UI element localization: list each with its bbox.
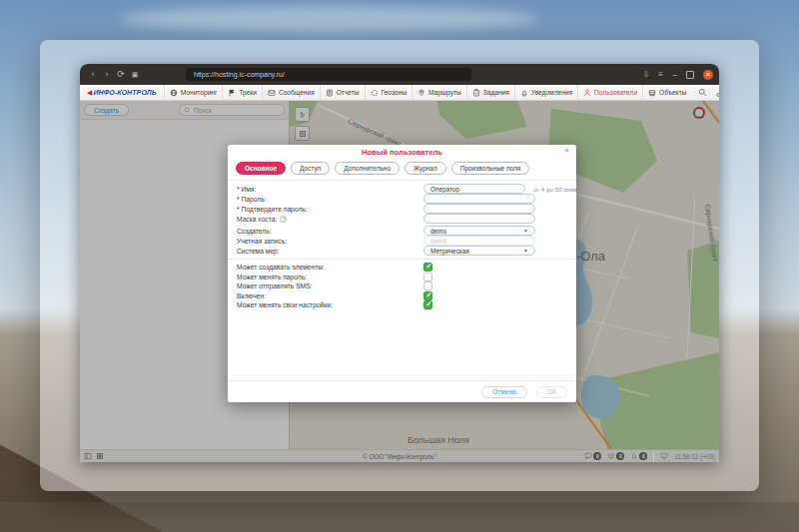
checkbox-label-can-create: Может создавать элементы: bbox=[237, 264, 423, 270]
dialog-tabs: Основное Доступ Дополнительно Журнал Про… bbox=[228, 160, 576, 181]
toolbar-item-label: Объекты bbox=[659, 89, 686, 96]
ruler-icon[interactable] bbox=[716, 88, 719, 97]
toolbar-item-objects[interactable]: Объекты bbox=[642, 85, 691, 101]
minimize-button[interactable]: – bbox=[672, 70, 677, 80]
help-icon[interactable]: ? bbox=[280, 216, 287, 223]
toolbar-item-reports[interactable]: Отчеты bbox=[320, 85, 365, 101]
toolbar-item-label: Маршруты bbox=[428, 89, 461, 96]
can-create-checkbox[interactable] bbox=[423, 263, 432, 271]
toolbar-item-tasks[interactable]: Задания bbox=[466, 85, 514, 101]
toolbar-item-users[interactable]: Пользователи bbox=[577, 85, 642, 101]
logo-text: ИНФО-КОНТРОЛЬ bbox=[93, 89, 156, 96]
can-change-password-checkbox[interactable] bbox=[423, 272, 432, 281]
messages-counter[interactable]: 0 bbox=[584, 452, 601, 460]
creator-value: demo bbox=[430, 228, 446, 235]
clock-text: 11:56:12 (+03) bbox=[674, 453, 715, 460]
back-icon[interactable]: ‹ bbox=[86, 64, 100, 85]
statusbar-divider bbox=[653, 452, 654, 461]
flag-icon bbox=[228, 89, 236, 97]
messages-badge: 0 bbox=[593, 452, 601, 460]
toolbar-item-label: Задания bbox=[483, 89, 509, 96]
ok-button[interactable]: OK bbox=[536, 386, 567, 398]
reload-icon[interactable]: ⟳ bbox=[114, 64, 128, 85]
dialog-footer: Отмена OK bbox=[228, 380, 576, 402]
name-hint: от 4 до 50 символов bbox=[533, 186, 576, 193]
can-send-sms-checkbox[interactable] bbox=[423, 281, 432, 290]
dialog-header: Новый пользователь × bbox=[228, 145, 576, 160]
host-mask-input[interactable] bbox=[423, 214, 535, 224]
geofence-icon bbox=[371, 89, 379, 97]
toolbar-item-label: Пользователи bbox=[594, 89, 637, 96]
checkbox-label-can-change-settings: Может менять свои настройки: bbox=[237, 301, 423, 308]
document-icon bbox=[326, 89, 334, 97]
tab-main[interactable]: Основное bbox=[236, 162, 286, 175]
checkbox-label-can-change-password: Может менять пароль: bbox=[237, 273, 423, 280]
field-label-name: * Имя: bbox=[237, 186, 423, 193]
toolbar-item-routes[interactable]: Маршруты bbox=[411, 85, 466, 101]
toolbar-item-label: Треки bbox=[239, 89, 257, 96]
field-label-host-mask: Маска хоста: ? bbox=[237, 216, 423, 223]
measure-system-select[interactable]: Метрическая ▼ bbox=[423, 246, 535, 256]
tab-journal[interactable]: Журнал bbox=[404, 162, 446, 175]
downloads-icon[interactable]: ⇩ bbox=[643, 70, 650, 79]
clipboard-icon bbox=[472, 89, 480, 97]
tab-additional[interactable]: Дополнительно bbox=[335, 162, 400, 175]
events-counter[interactable]: 0 bbox=[607, 452, 624, 460]
tab-access[interactable]: Доступ bbox=[291, 162, 330, 175]
name-input[interactable] bbox=[423, 184, 525, 194]
layers-icon bbox=[607, 452, 615, 460]
field-label-measure-system: Система мер: bbox=[237, 248, 423, 255]
events-badge: 0 bbox=[616, 452, 624, 460]
desktop: ‹ › ⟳ ▣ https://hosting.ic-company.ru/ ⇩… bbox=[0, 0, 799, 532]
home-icon[interactable]: ▣ bbox=[128, 64, 142, 85]
chevron-down-icon: ▼ bbox=[523, 228, 528, 234]
field-label-account: Учетная запись: bbox=[237, 238, 423, 245]
url-bar[interactable]: https://hosting.ic-company.ru/ bbox=[186, 68, 471, 81]
tab-custom-fields[interactable]: Произвольные поля bbox=[451, 162, 530, 175]
menu-icon[interactable]: ≡ bbox=[658, 70, 663, 79]
search-icon[interactable] bbox=[698, 88, 707, 97]
bus-icon bbox=[648, 89, 656, 97]
dialog-form: * Имя: от 4 до 50 символов * Пароль: * П… bbox=[228, 181, 576, 310]
creator-select[interactable]: demo ▼ bbox=[423, 226, 535, 236]
bell-icon bbox=[520, 89, 528, 97]
chat-icon bbox=[584, 452, 592, 460]
field-label-password: * Пароль: bbox=[237, 196, 423, 203]
close-window-button[interactable]: × bbox=[703, 70, 713, 80]
enabled-checkbox[interactable] bbox=[423, 291, 432, 300]
notifications-counter[interactable]: 0 bbox=[630, 452, 647, 460]
form-divider bbox=[228, 259, 576, 260]
chevron-down-icon: ▼ bbox=[523, 248, 528, 254]
forward-icon[interactable]: › bbox=[100, 64, 114, 85]
confirm-password-input[interactable] bbox=[423, 204, 535, 214]
checkbox-label-can-send-sms: Может отправлять SMS: bbox=[237, 282, 423, 289]
toolbar-item-tracks[interactable]: Треки bbox=[222, 85, 262, 101]
app-toolbar: ◀ ИНФО-КОНТРОЛЬ Мониторинг Треки Сообщен… bbox=[80, 85, 719, 101]
bell-icon bbox=[630, 452, 638, 460]
password-input[interactable] bbox=[423, 194, 535, 204]
toolbar-item-geofences[interactable]: Геозоны bbox=[365, 85, 411, 101]
ground-shadow bbox=[0, 502, 799, 532]
toolbar-item-notifications[interactable]: Уведомления bbox=[514, 85, 577, 101]
account-input bbox=[423, 236, 535, 246]
toolbar-item-monitoring[interactable]: Мониторинг bbox=[164, 85, 223, 101]
monitor-icon[interactable] bbox=[660, 452, 668, 460]
checkbox-label-enabled: Включен: bbox=[237, 292, 423, 299]
measure-system-value: Метрическая bbox=[430, 248, 469, 255]
user-icon bbox=[583, 89, 591, 97]
envelope-icon bbox=[268, 89, 276, 97]
browser-titlebar: ‹ › ⟳ ▣ https://hosting.ic-company.ru/ ⇩… bbox=[80, 64, 719, 85]
maximize-button[interactable] bbox=[686, 71, 694, 79]
host-mask-label-text: Маска хоста: bbox=[237, 216, 277, 223]
toolbar-item-messages[interactable]: Сообщения bbox=[262, 85, 320, 101]
field-label-confirm-password: * Подтвердите пароль: bbox=[237, 206, 423, 213]
dialog-title: Новый пользователь bbox=[362, 148, 442, 157]
cloud-shape bbox=[120, 6, 539, 32]
route-pin-icon bbox=[417, 89, 425, 97]
cancel-button[interactable]: Отмена bbox=[481, 386, 526, 398]
toolbar-item-label: Сообщения bbox=[279, 89, 315, 96]
notifications-badge: 0 bbox=[639, 452, 647, 460]
close-dialog-icon[interactable]: × bbox=[564, 146, 569, 155]
toolbar-item-label: Уведомления bbox=[531, 89, 572, 96]
can-change-settings-checkbox[interactable] bbox=[423, 300, 432, 309]
